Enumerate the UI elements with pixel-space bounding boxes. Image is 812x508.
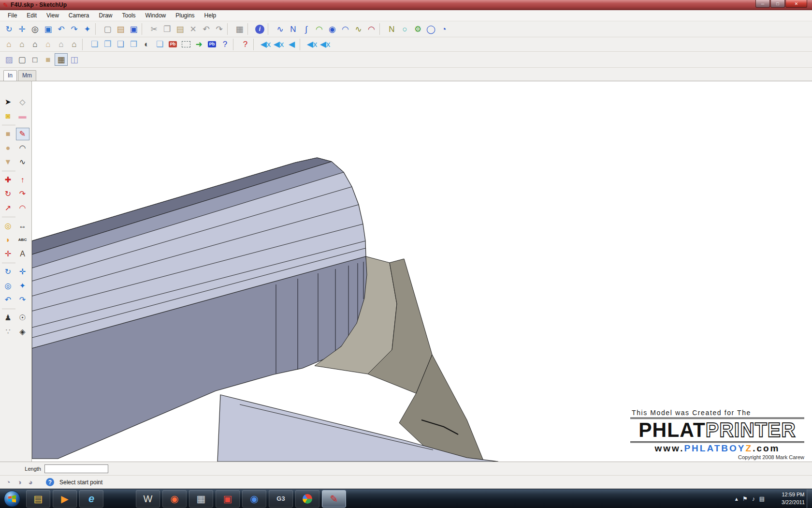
axes-tool-icon[interactable]: ✛ <box>1 248 15 260</box>
show-desktop-button[interactable] <box>807 489 812 508</box>
cas-diamond-icon[interactable]: ◈ <box>16 326 29 338</box>
scene-tab-in[interactable]: In <box>3 70 17 81</box>
textured-style-icon[interactable]: ▦ <box>55 53 68 66</box>
rotate-tool-icon[interactable]: ↻ <box>1 188 15 200</box>
tape-measure-icon[interactable]: ◎ <box>1 220 15 232</box>
move-tool-icon[interactable]: ✚ <box>1 174 15 186</box>
menu-file[interactable]: File <box>3 11 22 20</box>
walk-tool-icon[interactable]: ∵ <box>1 326 15 338</box>
copy-icon[interactable]: ❐ <box>160 23 174 35</box>
view-back-icon[interactable]: ⌂ <box>15 38 29 51</box>
erase-icon[interactable]: ✕ <box>187 23 200 35</box>
monochrome-style-icon[interactable]: ◫ <box>68 53 81 66</box>
taskbar-disc-icon[interactable]: ◉ <box>162 490 187 508</box>
maximize-button[interactable]: □ <box>770 0 785 8</box>
arc-tool-icon[interactable]: ◠ <box>16 142 29 154</box>
start-button[interactable] <box>4 491 20 507</box>
view-side-icon[interactable]: ⌂ <box>68 38 81 51</box>
pushpull-tool-icon[interactable]: ↑ <box>16 174 29 186</box>
taskbar-chrome-icon[interactable] <box>295 490 319 508</box>
wireframe-style-icon[interactable]: ▢ <box>15 53 29 66</box>
cut-icon[interactable]: ✂ <box>147 23 160 35</box>
menu-draw[interactable]: Draw <box>94 11 117 20</box>
position-camera-icon[interactable]: ♟ <box>1 312 15 324</box>
pan-tool-icon[interactable]: ✛ <box>16 266 29 278</box>
phlat-tool-4-icon[interactable]: ❒ <box>127 38 140 51</box>
center-point-icon[interactable]: ◐ <box>140 38 153 51</box>
taskbar-g3-icon[interactable]: G3 <box>269 490 293 508</box>
text3d-tool-icon[interactable]: A <box>16 248 29 260</box>
view-top-icon[interactable]: ⌂ <box>42 38 55 51</box>
zoom-window-icon[interactable]: ▣ <box>42 23 55 35</box>
arc-curve-blue-icon[interactable]: ◠ <box>339 23 352 35</box>
menu-window[interactable]: Window <box>141 11 171 20</box>
text-tool-icon[interactable]: ABC <box>16 234 29 246</box>
view-front-icon[interactable]: ⌂ <box>29 38 42 51</box>
status-icon-3[interactable]: ◕ <box>26 478 35 487</box>
eraser-icon[interactable]: ▬ <box>16 110 29 122</box>
arc-curve-red-icon[interactable]: ◠ <box>365 23 378 35</box>
paint-bucket-icon[interactable]: ◙ <box>1 110 15 122</box>
dimension-tool-icon[interactable]: ↔ <box>16 220 29 232</box>
polyline-curve-icon[interactable]: N <box>287 23 300 35</box>
phlatscript-go-icon[interactable]: ➜ <box>192 38 205 51</box>
shaded-style-icon[interactable]: ■ <box>42 53 55 66</box>
hidden-line-style-icon[interactable]: □ <box>29 53 42 66</box>
look-around-icon[interactable]: ☉ <box>16 312 29 324</box>
redo-icon[interactable]: ↷ <box>213 23 226 35</box>
wrench-icon[interactable]: ⚙ <box>411 23 424 35</box>
status-icon-1[interactable]: ◔ <box>4 478 13 487</box>
phlat-tool-1-icon[interactable]: ❏ <box>88 38 101 51</box>
zigzag-curve-icon[interactable]: ∿ <box>352 23 365 35</box>
zoom-tool-icon[interactable]: ◎ <box>1 280 15 292</box>
undo-icon[interactable]: ↶ <box>200 23 213 35</box>
tray-network-icon[interactable]: ▤ <box>759 495 765 502</box>
open-icon[interactable]: ▤ <box>114 23 127 35</box>
taskbar-explorer-icon[interactable]: ▤ <box>26 490 50 508</box>
zoom-previous-icon[interactable]: ↶ <box>55 23 68 35</box>
arc-curve-green-icon[interactable]: ◠ <box>313 23 326 35</box>
protractor-tool-icon[interactable]: ◗ <box>1 234 15 246</box>
spiral-icon[interactable]: ◉ <box>326 23 339 35</box>
ellipse-icon[interactable]: ◯ <box>424 23 437 35</box>
phlatboyz-icon[interactable]: Pb <box>205 38 218 51</box>
taskbar-app-red-icon[interactable]: ▣ <box>216 490 240 508</box>
tab-tool-4-icon[interactable]: ◀x <box>305 38 319 51</box>
bezier-curve-icon[interactable]: ∿ <box>274 23 287 35</box>
phlat-tool-2-icon[interactable]: ❐ <box>101 38 114 51</box>
scene-tab-mm[interactable]: Mm <box>18 70 36 81</box>
model-viewport[interactable]: This Model was Created for The PHLATPRIN… <box>32 81 812 462</box>
freehand-tool-icon[interactable]: ∿ <box>16 156 29 168</box>
orbit-icon[interactable]: ↻ <box>2 23 15 35</box>
new-icon[interactable]: ▢ <box>101 23 114 35</box>
tray-volume-icon[interactable]: ♪ <box>752 495 755 502</box>
zoom-previous-tool-icon[interactable]: ↶ <box>1 294 15 306</box>
status-icon-2[interactable]: ◑ <box>15 478 24 487</box>
view-iso-icon[interactable]: ⌂ <box>2 38 15 51</box>
phlat-tool-3-icon[interactable]: ❑ <box>114 38 127 51</box>
help-icon[interactable]: ? <box>46 478 54 486</box>
menu-edit[interactable]: Edit <box>22 11 42 20</box>
menu-tools[interactable]: Tools <box>117 11 141 20</box>
orbit-tool-icon[interactable]: ↻ <box>1 266 15 278</box>
line-tool-icon[interactable]: ✎ <box>16 128 29 140</box>
zoom-extents-tool-icon[interactable]: ✦ <box>16 280 29 292</box>
phlat-help-icon[interactable]: ? <box>218 38 232 51</box>
taskbar-app-gray-icon[interactable]: ▦ <box>189 490 213 508</box>
polygon-points-icon[interactable]: ○ <box>398 23 411 35</box>
menu-help[interactable]: Help <box>200 11 221 20</box>
paste-icon[interactable]: ▤ <box>174 23 187 35</box>
pie-icon[interactable]: ◔ <box>437 23 450 35</box>
zoom-next-icon[interactable]: ↷ <box>68 23 81 35</box>
tab-tool-1-icon[interactable]: ◀x <box>259 38 272 51</box>
make-component-icon[interactable]: ◇ <box>16 96 29 108</box>
taskbar-clock[interactable]: 12:59 PM 3/22/2011 <box>782 491 805 507</box>
menu-camera[interactable]: Camera <box>64 11 94 20</box>
model-info-icon[interactable]: i <box>253 23 266 35</box>
save-icon[interactable]: ▣ <box>127 23 140 35</box>
phlat-eraser-icon[interactable]: Pb <box>166 38 179 51</box>
view-elevation-icon[interactable]: ⌂ <box>55 38 68 51</box>
followme-tool-icon[interactable]: ↷ <box>16 188 29 200</box>
pan-icon[interactable]: ✛ <box>15 23 29 35</box>
select-tool-icon[interactable]: ➤ <box>1 96 15 108</box>
